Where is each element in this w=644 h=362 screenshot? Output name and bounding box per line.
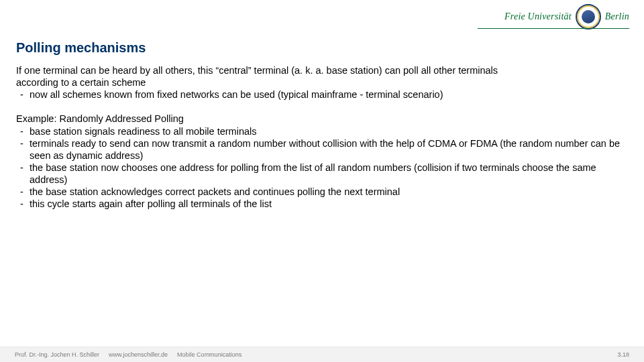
list-item: - now all schemes known from fixed netwo… — [16, 88, 628, 101]
list-item: - the base station now chooses one addre… — [16, 162, 628, 186]
p2-b5: this cycle starts again after polling al… — [30, 198, 628, 210]
footer-course: Mobile Communications — [177, 351, 241, 358]
footer-page: 3.18 — [617, 351, 629, 358]
p2-b1: base station signals readiness to all mo… — [30, 125, 628, 137]
paragraph-1: If one terminal can be heard by all othe… — [16, 64, 628, 101]
university-logo: Freie Universität Berlin — [504, 4, 629, 29]
seal-icon — [576, 4, 601, 29]
dash-icon: - — [16, 198, 30, 210]
p1-line1: If one terminal can be heard by all othe… — [16, 64, 628, 76]
p2-heading: Example: Randomly Addressed Polling — [16, 113, 628, 125]
p1-bullet1: now all schemes known from fixed network… — [30, 88, 628, 101]
dash-icon: - — [16, 186, 30, 198]
list-item: - terminals ready to send can now transm… — [16, 137, 628, 162]
dash-icon: - — [16, 88, 30, 101]
slide-body: If one terminal can be heard by all othe… — [16, 64, 628, 222]
p2-b2: terminals ready to send can now transmit… — [30, 137, 628, 162]
footer-author: Prof. Dr.-Ing. Jochen H. Schiller — [15, 351, 99, 358]
slide-title: Polling mechanisms — [16, 40, 146, 56]
logo-text-left: Freie Universität — [504, 11, 572, 22]
footer-url: www.jochenschiller.de — [109, 351, 168, 358]
list-item: - this cycle starts again after polling … — [16, 198, 628, 210]
slide-footer: Prof. Dr.-Ing. Jochen H. Schiller www.jo… — [0, 347, 644, 362]
dash-icon: - — [16, 125, 30, 137]
p2-b4: the base station acknowledges correct pa… — [30, 186, 628, 198]
p1-line2: according to a certain scheme — [16, 76, 628, 88]
list-item: - base station signals readiness to all … — [16, 125, 628, 137]
p2-b3: the base station now chooses one address… — [30, 162, 628, 186]
dash-icon: - — [16, 162, 30, 174]
list-item: - the base station acknowledges correct … — [16, 186, 628, 198]
dash-icon: - — [16, 137, 30, 149]
logo-underline — [478, 28, 629, 29]
logo-text-right: Berlin — [605, 11, 629, 22]
paragraph-2: Example: Randomly Addressed Polling - ba… — [16, 113, 628, 210]
